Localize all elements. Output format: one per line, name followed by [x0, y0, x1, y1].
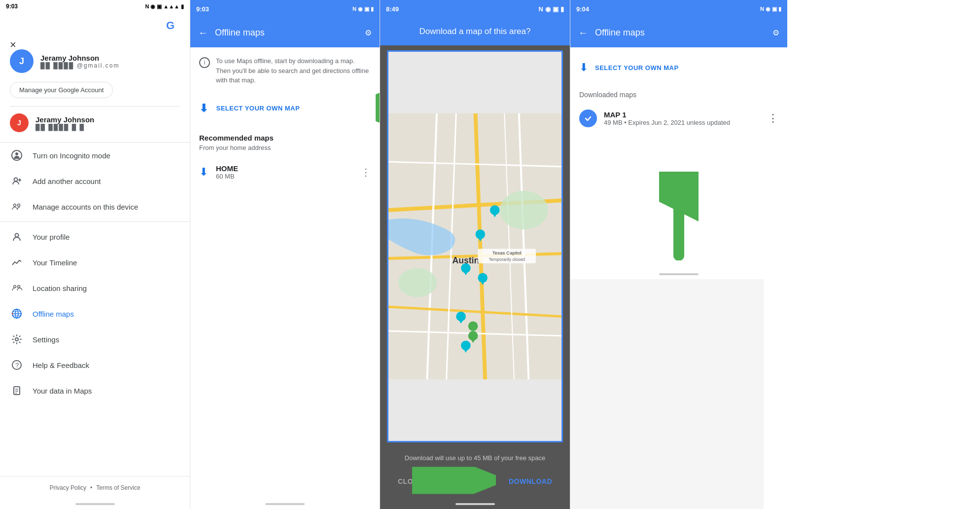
- svg-text:?: ?: [15, 362, 19, 369]
- home-map-more-button[interactable]: ⋮: [361, 166, 371, 178]
- offline-maps-content: i To use Maps offline, start by download…: [190, 47, 380, 499]
- battery-icon: ▮: [181, 3, 184, 10]
- avatar-primary: J: [10, 49, 34, 73]
- green-arrow-up: [659, 172, 699, 260]
- menu-item-help[interactable]: ? Help & Feedback: [0, 352, 190, 378]
- menu-list: Turn on Incognito mode Add another accou…: [0, 143, 190, 476]
- select-own-map-button[interactable]: ⬇ SELECT YOUR OWN MAP: [199, 97, 371, 120]
- recommended-section: Recommended maps From your home address …: [199, 134, 371, 185]
- wifi-icon2: ▣: [364, 6, 369, 12]
- svg-text:Temporarily closed: Temporarily closed: [489, 257, 525, 262]
- timeline-icon: [11, 256, 23, 268]
- downloaded-map-name: MAP 1: [604, 110, 730, 119]
- sidebar-panel: 9:03 N ◉ ▣ ▲▲▲ ▮ × G J Jeramy Johnson ██…: [0, 0, 190, 509]
- help-label: Help & Feedback: [33, 361, 89, 369]
- status-bar-panel2: 9:03 N ◉ ▣ ▮: [190, 0, 380, 18]
- incognito-icon: [11, 149, 23, 161]
- settings-button-panel4[interactable]: ⚙: [772, 28, 779, 37]
- menu-item-profile[interactable]: Your profile: [0, 224, 190, 250]
- account-info-primary: Jeramy Johnson ██ ████ @gmail.com: [40, 54, 120, 69]
- account-section: J Jeramy Johnson ██ ████ @gmail.com Mana…: [0, 20, 190, 143]
- add-account-label: Add another account: [33, 177, 101, 185]
- recommended-subtitle: From your home address: [199, 144, 371, 151]
- secondary-account-email: ██ ████ █ █: [35, 124, 94, 131]
- avatar-secondary: J: [10, 113, 29, 132]
- info-icon: i: [199, 57, 210, 68]
- bat-icon4: ▮: [778, 6, 781, 12]
- profile-label: Your profile: [33, 233, 70, 241]
- map-svg: Austin Texas Capitol Temporarily closed: [388, 52, 561, 441]
- timeline-label: Your Timeline: [33, 258, 77, 267]
- back-button-panel2[interactable]: ←: [198, 27, 208, 38]
- svg-point-37: [398, 268, 437, 297]
- app-bar-panel2: ← Offline maps ⚙: [190, 18, 380, 47]
- info-text: To use Maps offline, start by downloadin…: [216, 56, 371, 85]
- svg-point-36: [500, 191, 548, 229]
- offline-maps-panel: 9:03 N ◉ ▣ ▮ ← Offline maps ⚙ i To use M…: [190, 0, 380, 509]
- home-download-icon: ⬇: [199, 166, 208, 179]
- select-own-map-panel4[interactable]: ⬇ SELECT YOUR OWN MAP: [579, 56, 778, 79]
- back-button-panel4[interactable]: ←: [578, 27, 588, 38]
- loc-icon4: ◉: [766, 6, 770, 12]
- menu-item-offline-maps[interactable]: Offline maps: [0, 301, 190, 327]
- menu-item-add-account[interactable]: Add another account: [0, 168, 190, 194]
- close-button[interactable]: ×: [10, 38, 16, 51]
- svg-point-4: [14, 178, 18, 182]
- scrollbar-indicator-2: [265, 503, 305, 505]
- downloaded-maps-title: Downloaded maps: [579, 91, 778, 99]
- dialog-footer: Download will use up to 45 MB of your fr…: [380, 447, 570, 469]
- home-map-info: HOME 60 MB: [216, 164, 238, 180]
- loc-icon3: ◉: [545, 5, 551, 13]
- download-dialog-panel: 8:49 N ◉ ▣ ▮ Download a map of this area…: [380, 0, 570, 509]
- account-email: ██ ████ @gmail.com: [40, 62, 120, 69]
- menu-item-settings[interactable]: Settings: [0, 327, 190, 352]
- secondary-account: J Jeramy Johnson ██ ████ █ █: [10, 106, 180, 132]
- location-sharing-label: Location sharing: [33, 284, 87, 292]
- wifi-icon: ▣: [157, 3, 162, 10]
- status-icons-panel2: N ◉ ▣ ▮: [352, 6, 374, 12]
- downloaded-map-more-button[interactable]: ⋮: [768, 112, 778, 125]
- green-arrow-up-container: [579, 172, 778, 260]
- scrollbar-indicator-3: [455, 503, 495, 505]
- notification-icon: N: [145, 3, 149, 9]
- status-icons-panel4: N ◉ ▣ ▮: [760, 6, 781, 12]
- dialog-title-text: Download a map of this area?: [420, 27, 531, 36]
- download-button[interactable]: DOWNLOAD: [501, 473, 560, 489]
- your-data-icon: [11, 385, 23, 397]
- location-sharing-icon: [11, 282, 23, 294]
- signal-icon: ▲▲▲: [163, 3, 179, 9]
- time-panel2: 9:03: [196, 5, 209, 13]
- offline-maps-title: Offline maps: [215, 28, 358, 38]
- select-own-map-label: SELECT YOUR OWN MAP: [216, 105, 300, 112]
- wifi-icon4: ▣: [772, 6, 777, 12]
- offline-maps-label: Offline maps: [33, 310, 74, 318]
- svg-point-57: [584, 114, 593, 123]
- downloaded-map-item: MAP 1 49 MB • Expires Jun 2, 2021 unless…: [579, 105, 778, 132]
- home-map-name: HOME: [216, 164, 238, 173]
- svg-point-7: [14, 204, 16, 207]
- panel4-spacer: [570, 279, 764, 509]
- privacy-policy-link[interactable]: Privacy Policy: [49, 484, 86, 491]
- download-icon-panel4: ⬇: [579, 61, 588, 74]
- settings-button-panel2[interactable]: ⚙: [365, 28, 372, 37]
- svg-point-53: [468, 321, 478, 331]
- footer-dot: •: [90, 484, 92, 491]
- download-arrow-area: DOWNLOAD: [501, 473, 560, 489]
- download-icon-select: ⬇: [199, 102, 209, 115]
- status-bar-panel1: 9:03 N ◉ ▣ ▲▲▲ ▮: [0, 0, 190, 13]
- svg-point-18: [15, 338, 18, 341]
- footer-links: Privacy Policy • Terms of Service: [0, 476, 190, 499]
- menu-item-incognito[interactable]: Turn on Incognito mode: [0, 143, 190, 168]
- menu-item-your-data[interactable]: Your data in Maps: [0, 378, 190, 403]
- downloaded-section: Downloaded maps MAP 1 49 MB • Expires Ju…: [579, 91, 778, 132]
- menu-item-timeline[interactable]: Your Timeline: [0, 250, 190, 275]
- incognito-label: Turn on Incognito mode: [33, 151, 110, 160]
- recommended-title: Recommended maps: [199, 134, 371, 142]
- terms-link[interactable]: Terms of Service: [96, 484, 140, 491]
- svg-point-17: [12, 313, 13, 315]
- home-map-item[interactable]: ⬇ HOME 60 MB ⋮: [199, 159, 371, 185]
- manage-google-account-button[interactable]: Manage your Google Account: [10, 82, 113, 98]
- status-bar-panel3: 8:49 N ◉ ▣ ▮: [380, 0, 570, 18]
- menu-item-location-sharing[interactable]: Location sharing: [0, 275, 190, 301]
- menu-item-manage-accounts[interactable]: Manage accounts on this device: [0, 194, 190, 219]
